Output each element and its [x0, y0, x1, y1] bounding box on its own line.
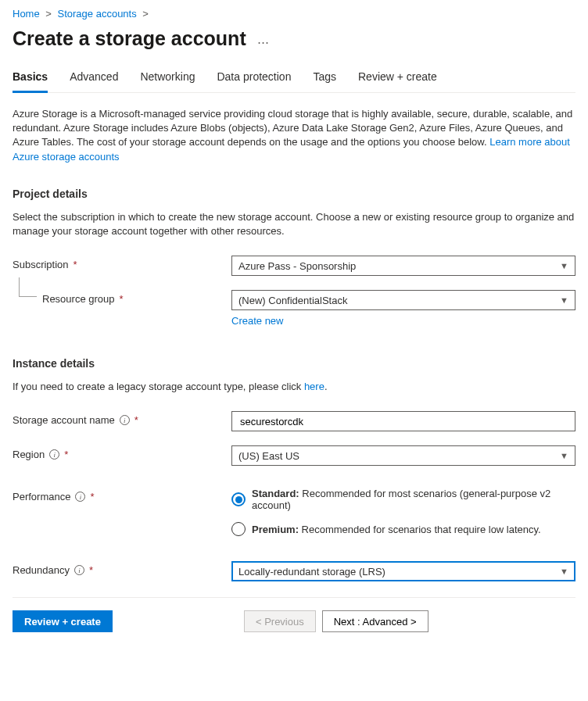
chevron-right-icon: > — [45, 8, 52, 20]
chevron-down-icon: ▼ — [560, 451, 568, 460]
tab-tags[interactable]: Tags — [313, 67, 336, 92]
redundancy-label: Redundancy i * — [13, 561, 231, 576]
region-select[interactable]: (US) East US ▼ — [231, 445, 575, 466]
footer-actions: Review + create < Previous Next : Advanc… — [13, 610, 575, 642]
breadcrumb: Home > Storage accounts > — [13, 8, 575, 20]
radio-unchecked-icon — [231, 522, 246, 536]
section-project-details: Project details Select the subscription … — [13, 188, 575, 327]
legacy-here-link[interactable]: here — [304, 381, 324, 392]
resource-group-select[interactable]: (New) ConfidentialStack ▼ — [231, 290, 575, 310]
info-icon[interactable]: i — [49, 449, 59, 460]
breadcrumb-storage-accounts[interactable]: Storage accounts — [58, 8, 137, 20]
performance-standard-radio-row[interactable]: Standard: Recommended for most scenarios… — [231, 488, 575, 511]
performance-premium-text: Premium: Recommended for scenarios that … — [252, 524, 541, 535]
footer-divider — [13, 597, 575, 598]
tab-networking[interactable]: Networking — [140, 67, 195, 92]
info-icon[interactable]: i — [75, 492, 85, 502]
region-value: (US) East US — [238, 450, 299, 462]
project-details-heading: Project details — [13, 188, 575, 200]
instance-details-heading: Instance details — [13, 357, 575, 370]
project-details-description: Select the subscription in which to crea… — [13, 210, 575, 238]
subscription-value: Azure Pass - Sponsorship — [238, 260, 356, 272]
region-label: Region i * — [13, 445, 231, 460]
performance-label: Performance i * — [13, 488, 231, 503]
previous-button: < Previous — [244, 610, 316, 632]
performance-standard-text: Standard: Recommended for most scenarios… — [252, 488, 575, 511]
subscription-select[interactable]: Azure Pass - Sponsorship ▼ — [231, 256, 575, 276]
info-icon[interactable]: i — [74, 565, 84, 575]
instance-details-description: If you need to create a legacy storage a… — [13, 380, 575, 394]
info-icon[interactable]: i — [120, 415, 130, 425]
breadcrumb-home[interactable]: Home — [13, 8, 40, 20]
storage-account-name-input[interactable] — [238, 415, 568, 428]
tab-bar: Basics Advanced Networking Data protecti… — [13, 67, 575, 93]
subscription-label: Subscription* — [13, 256, 231, 270]
more-icon[interactable]: ⋯ — [257, 35, 271, 49]
section-instance-details: Instance details If you need to create a… — [13, 357, 575, 581]
chevron-right-icon: > — [142, 8, 149, 20]
intro-text: Azure Storage is a Microsoft-managed ser… — [13, 107, 575, 164]
tab-advanced[interactable]: Advanced — [70, 67, 118, 92]
redundancy-value: Locally-redundant storage (LRS) — [238, 566, 385, 578]
page-title: Create a storage account — [13, 27, 246, 50]
chevron-down-icon: ▼ — [560, 261, 568, 270]
storage-account-name-input-wrapper — [231, 411, 575, 431]
create-new-link[interactable]: Create new — [231, 315, 283, 327]
tab-data-protection[interactable]: Data protection — [217, 67, 291, 92]
review-create-button[interactable]: Review + create — [13, 610, 113, 632]
resource-group-label: Resource group* — [13, 290, 231, 305]
tab-review[interactable]: Review + create — [358, 67, 437, 92]
tab-basics[interactable]: Basics — [13, 67, 48, 93]
resource-group-value: (New) ConfidentialStack — [238, 295, 347, 306]
radio-checked-icon — [231, 492, 246, 506]
storage-account-name-label: Storage account name i * — [13, 411, 231, 426]
redundancy-select[interactable]: Locally-redundant storage (LRS) ▼ — [231, 561, 575, 581]
next-button[interactable]: Next : Advanced > — [322, 610, 428, 632]
chevron-down-icon: ▼ — [560, 567, 568, 576]
chevron-down-icon: ▼ — [560, 295, 568, 305]
performance-premium-radio-row[interactable]: Premium: Recommended for scenarios that … — [231, 522, 575, 536]
